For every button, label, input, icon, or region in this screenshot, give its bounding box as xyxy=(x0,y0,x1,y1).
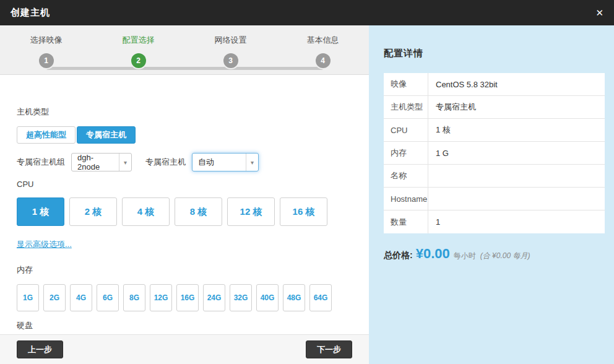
chevron-down-icon: ▾ xyxy=(246,154,258,171)
create-host-modal: 创建主机 ✕ 选择映像 1 配置选择 2 网络设置 xyxy=(0,0,614,364)
summary-row-value: CentOS 5.8 32bit xyxy=(428,80,498,89)
summary-row-label: CPU xyxy=(384,119,428,141)
memory-option-64g[interactable]: 64G xyxy=(309,284,332,311)
wizard-steps: 选择映像 1 配置选择 2 网络设置 3 基本信息 4 xyxy=(0,35,369,68)
host-type-options: 超高性能型 专属宿主机 xyxy=(17,126,352,144)
dedicated-host-select[interactable]: 自动 ▾ xyxy=(192,153,259,171)
host-type-option-dedicated[interactable]: 专属宿主机 xyxy=(77,126,136,144)
left-pane: 选择映像 1 配置选择 2 网络设置 3 基本信息 4 xyxy=(0,25,369,364)
host-type-label: 主机类型 xyxy=(17,106,352,118)
memory-option-40g[interactable]: 40G xyxy=(256,284,279,311)
step-basic-info[interactable]: 基本信息 4 xyxy=(277,35,369,68)
memory-label: 内存 xyxy=(17,264,352,275)
memory-option-12g[interactable]: 12G xyxy=(150,284,172,311)
summary-row-label: 主机类型 xyxy=(384,96,428,118)
summary-panel: 配置详情 映像 CentOS 5.8 32bit 主机类型 专属宿主机 CPU … xyxy=(369,25,614,364)
next-step-button[interactable]: 下一步 xyxy=(306,340,352,358)
summary-row-name: 名称 xyxy=(384,165,605,188)
step-network[interactable]: 网络设置 3 xyxy=(184,35,277,68)
total-price-unit: 每小时 xyxy=(454,251,476,261)
summary-table: 映像 CentOS 5.8 32bit 主机类型 专属宿主机 CPU 1 核 内… xyxy=(384,73,605,233)
total-price-label: 总价格: xyxy=(384,250,413,261)
summary-row-value: 1 核 xyxy=(428,124,451,136)
total-price: 总价格: ¥0.00 每小时 (合 ¥0.00 每月) xyxy=(384,246,605,262)
step-circle: 4 xyxy=(316,53,331,68)
modal-footer: 上一步 下一步 xyxy=(0,334,369,364)
memory-option-4g[interactable]: 4G xyxy=(70,284,92,311)
step-label: 选择映像 xyxy=(30,35,63,46)
cpu-option-1[interactable]: 1 核 xyxy=(17,197,64,226)
memory-option-8g[interactable]: 8G xyxy=(123,284,145,311)
summary-row-value: 专属宿主机 xyxy=(428,102,476,113)
summary-row-count: 数量 1 xyxy=(384,210,605,233)
summary-title: 配置详情 xyxy=(384,48,605,59)
close-icon[interactable]: ✕ xyxy=(595,8,603,17)
step-label: 基本信息 xyxy=(307,35,339,46)
modal-title: 创建主机 xyxy=(11,7,50,19)
summary-row-label: 名称 xyxy=(384,165,428,187)
cpu-option-8[interactable]: 8 核 xyxy=(175,197,222,226)
dedicated-host-row: 专属宿主机组 dgh-2node ▾ 专属宿主机 自动 ▾ xyxy=(17,153,352,171)
cpu-option-16[interactable]: 16 核 xyxy=(280,197,327,226)
step-configuration[interactable]: 配置选择 2 xyxy=(92,35,184,68)
memory-option-1g[interactable]: 1G xyxy=(17,284,39,311)
dedicated-host-value: 自动 xyxy=(198,157,214,168)
config-form: 主机类型 超高性能型 专属宿主机 专属宿主机组 dgh-2node ▾ 专属宿主… xyxy=(0,75,369,334)
memory-option-32g[interactable]: 32G xyxy=(230,284,252,311)
step-label: 网络设置 xyxy=(215,35,247,46)
cpu-option-12[interactable]: 12 核 xyxy=(227,197,275,226)
memory-option-2g[interactable]: 2G xyxy=(43,284,66,311)
memory-option-48g[interactable]: 48G xyxy=(283,284,305,311)
previous-step-button[interactable]: 上一步 xyxy=(17,340,63,358)
memory-option-24g[interactable]: 24G xyxy=(203,284,225,311)
dedicated-group-value: dgh-2node xyxy=(77,153,113,171)
dedicated-host-label: 专属宿主机 xyxy=(145,157,186,168)
summary-row-value: 1 xyxy=(428,217,440,227)
modal-titlebar: 创建主机 ✕ xyxy=(0,0,614,25)
summary-row-hostname: Hostname xyxy=(384,188,605,210)
step-circle: 1 xyxy=(39,53,54,68)
summary-row-image: 映像 CentOS 5.8 32bit xyxy=(384,73,605,96)
show-advanced-options-link[interactable]: 显示高级选项... xyxy=(17,239,352,250)
summary-row-label: Hostname xyxy=(384,188,428,210)
summary-row-label: 数量 xyxy=(384,210,428,233)
cpu-label: CPU xyxy=(17,180,352,189)
cpu-option-4[interactable]: 4 核 xyxy=(122,197,170,226)
summary-row-value: 1 G xyxy=(428,149,449,158)
host-type-option-high-performance[interactable]: 超高性能型 xyxy=(17,126,76,144)
disk-label: 硬盘 xyxy=(17,320,352,331)
summary-row-label: 映像 xyxy=(384,73,428,95)
memory-option-6g[interactable]: 6G xyxy=(97,284,119,311)
cpu-options: 1 核 2 核 4 核 8 核 12 核 16 核 xyxy=(17,197,352,226)
step-label: 配置选择 xyxy=(123,35,155,46)
dedicated-group-select[interactable]: dgh-2node ▾ xyxy=(71,153,132,171)
summary-row-cpu: CPU 1 核 xyxy=(384,119,605,142)
memory-options: 1G 2G 4G 6G 8G 12G 16G 24G 32G 40G 48G 6… xyxy=(17,284,352,311)
step-circle: 2 xyxy=(131,53,146,68)
summary-row-memory: 内存 1 G xyxy=(384,142,605,165)
total-price-amount: ¥0.00 xyxy=(416,246,450,262)
wizard: 选择映像 1 配置选择 2 网络设置 3 基本信息 4 xyxy=(0,25,369,75)
summary-row-label: 内存 xyxy=(384,142,428,164)
total-price-monthly: (合 ¥0.00 每月) xyxy=(480,251,530,261)
summary-row-host-type: 主机类型 专属宿主机 xyxy=(384,96,605,119)
memory-option-16g[interactable]: 16G xyxy=(176,284,199,311)
cpu-option-2[interactable]: 2 核 xyxy=(69,197,117,226)
step-select-image[interactable]: 选择映像 1 xyxy=(0,35,92,68)
modal-body: 选择映像 1 配置选择 2 网络设置 3 基本信息 4 xyxy=(0,25,614,364)
chevron-down-icon: ▾ xyxy=(119,154,131,171)
dedicated-group-label: 专属宿主机组 xyxy=(17,157,65,168)
step-circle: 3 xyxy=(223,53,238,68)
